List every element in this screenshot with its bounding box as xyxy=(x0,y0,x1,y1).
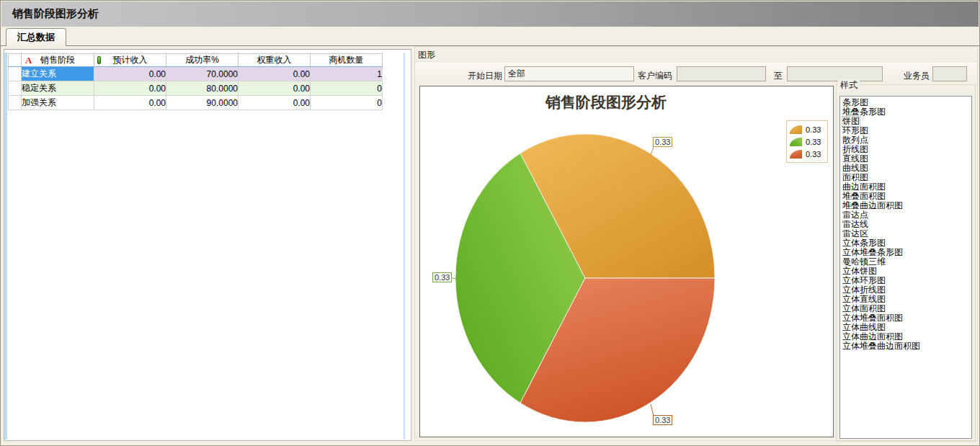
legend-item: 0.33 xyxy=(790,135,824,148)
legend-swatch-icon xyxy=(790,150,802,159)
col-header-weighted-income[interactable]: 权重收入 xyxy=(239,54,311,67)
cell-success[interactable]: 70.0000 xyxy=(166,67,239,81)
slice-label-green: 0.33 xyxy=(432,272,452,282)
style-list[interactable]: 条形图堆叠条形图饼图环形图散列点折线图直线图曲线图面积图曲边面积图堆叠面积图堆叠… xyxy=(839,96,972,439)
salesman-label: 业务员 xyxy=(904,70,930,82)
title-bar: 销售阶段图形分析 xyxy=(1,1,979,27)
to-label: 至 xyxy=(774,70,783,82)
cell-stage[interactable]: 稳定关系 xyxy=(22,81,94,96)
customer-code-input[interactable] xyxy=(677,66,766,81)
page-title: 销售阶段图形分析 xyxy=(1,7,99,21)
start-date-label: 开始日期 xyxy=(468,70,502,82)
green-bar-icon xyxy=(97,56,101,64)
col-header-success-rate[interactable]: 成功率% xyxy=(166,54,239,67)
cell-count[interactable]: 0 xyxy=(311,96,383,110)
col-header-stage[interactable]: A销售阶段 xyxy=(22,54,94,67)
salesman-input[interactable] xyxy=(932,66,967,81)
legend-item: 0.33 xyxy=(790,148,824,160)
row-indicator[interactable] xyxy=(9,67,22,81)
cell-success[interactable]: 90.0000 xyxy=(166,96,239,110)
customer-code-label: 客户编码 xyxy=(638,70,672,82)
col-header-expected-income[interactable]: 预计收入 xyxy=(94,54,166,67)
table-row[interactable]: 稳定关系 0.00 80.0000 0.00 0 xyxy=(9,81,383,96)
cell-weighted[interactable]: 0.00 xyxy=(239,96,311,110)
row-indicator[interactable] xyxy=(9,81,22,96)
cell-weighted[interactable]: 0.00 xyxy=(239,81,311,96)
cell-count[interactable]: 0 xyxy=(311,81,383,96)
pie-chart-panel: 销售阶段图形分析 0.33 0.33 0.33 0.330.330.33 xyxy=(419,86,834,437)
summary-table-panel: A销售阶段 预计收入 成功率% 权重收入 商机数量 建立关系 0.00 70.0… xyxy=(4,49,411,441)
app-window: 销售阶段图形分析 汇总数据 A销售阶段 预计收入 成功率% 权重收入 商机数量 xyxy=(0,0,980,446)
graph-panel-caption: 图形 xyxy=(418,49,435,61)
legend-item: 0.33 xyxy=(790,123,824,135)
tab-strip: 汇总数据 xyxy=(1,27,979,46)
styles-group: 样式 条形图堆叠条形图饼图环形图散列点折线图直线图曲线图面积图曲边面积图堆叠面积… xyxy=(836,84,976,442)
cell-success[interactable]: 80.0000 xyxy=(166,81,239,96)
to-input[interactable] xyxy=(787,66,883,81)
row-indicator[interactable] xyxy=(9,96,22,110)
leader-line xyxy=(651,147,654,155)
chart-legend: 0.330.330.33 xyxy=(786,120,828,163)
tab-summary-data[interactable]: 汇总数据 xyxy=(6,28,66,46)
cell-weighted[interactable]: 0.00 xyxy=(239,67,311,81)
cell-expected[interactable]: 0.00 xyxy=(94,96,166,110)
pie-chart xyxy=(420,86,833,437)
cell-count[interactable]: 1 xyxy=(311,67,383,81)
styles-caption: 样式 xyxy=(838,79,860,92)
table-header-row: A销售阶段 预计收入 成功率% 权重收入 商机数量 xyxy=(9,54,383,67)
row-indicator-header xyxy=(9,54,22,67)
cell-expected[interactable]: 0.00 xyxy=(94,81,166,96)
slice-label-orange: 0.33 xyxy=(653,137,672,147)
style-list-item[interactable]: 堆叠条形图 xyxy=(842,107,971,117)
table-row[interactable]: 加强关系 0.00 90.0000 0.00 0 xyxy=(9,96,383,110)
cell-stage[interactable]: 加强关系 xyxy=(22,96,94,110)
legend-swatch-icon xyxy=(790,138,802,146)
right-accent-strip xyxy=(404,53,405,440)
table-row[interactable]: 建立关系 0.00 70.0000 0.00 1 xyxy=(9,67,383,81)
style-list-item[interactable]: 立体堆叠曲边面积图 xyxy=(842,342,971,351)
cell-expected[interactable]: 0.00 xyxy=(94,67,166,81)
col-header-opportunity-count[interactable]: 商机数量 xyxy=(311,54,383,67)
sort-a-icon: A xyxy=(25,55,32,65)
leader-line xyxy=(651,404,654,416)
start-date-input[interactable] xyxy=(504,66,634,81)
sales-stage-table: A销售阶段 预计收入 成功率% 权重收入 商机数量 建立关系 0.00 70.0… xyxy=(8,53,383,110)
left-accent-strip xyxy=(4,53,7,440)
slice-label-red: 0.33 xyxy=(653,415,672,425)
cell-stage[interactable]: 建立关系 xyxy=(22,67,94,81)
graph-panel: 图形 开始日期 客户编码 至 业务员 销售阶段图形分析 xyxy=(414,46,978,441)
content-area: A销售阶段 预计收入 成功率% 权重收入 商机数量 建立关系 0.00 70.0… xyxy=(1,46,980,442)
legend-swatch-icon xyxy=(790,125,802,134)
